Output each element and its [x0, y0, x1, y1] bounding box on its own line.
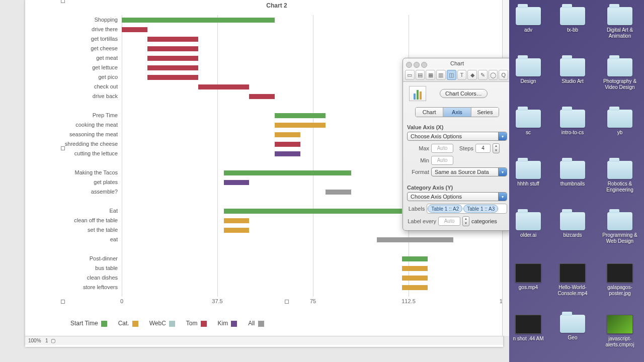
desktop-item[interactable]: javascript-alerts.cmproj — [601, 312, 639, 360]
desktop-item[interactable]: yb — [601, 107, 639, 155]
legend-item[interactable]: Kim — [218, 320, 237, 327]
desktop-item-label: Programming & Web Design — [601, 232, 639, 244]
bar-segment[interactable] — [224, 209, 403, 214]
format-popup[interactable]: Same as Source Data▾ — [431, 167, 507, 176]
bar-segment[interactable] — [224, 218, 250, 223]
bar-segment[interactable] — [402, 256, 428, 261]
desktop-item[interactable]: n shot .44 AM — [509, 312, 547, 360]
bar-segment[interactable] — [275, 123, 326, 128]
inspector-panel[interactable]: Chart ▭ ▤ ▦ ▥ ◫ T ◆ ✎ ◯ Q Chart Colors… … — [403, 58, 512, 231]
label-every-input[interactable]: Auto — [438, 217, 460, 226]
desktop-item[interactable]: tx-bb — [553, 4, 592, 52]
desktop-item-label: gos.mp4 — [519, 285, 538, 291]
document-inspector-icon[interactable]: ▭ — [405, 70, 415, 80]
inspector-tabs[interactable]: ChartAxisSeries — [415, 107, 499, 117]
bar-segment[interactable] — [249, 94, 275, 99]
chart-legend[interactable]: Start TimeCat.WebCTomKimAll — [70, 320, 275, 327]
bar-segment[interactable] — [402, 285, 428, 290]
inspector-tab-chart[interactable]: Chart — [416, 108, 443, 117]
desktop-item[interactable]: Photography & Video Design — [601, 55, 639, 104]
desktop-item[interactable]: intro-to-cs — [553, 107, 592, 155]
chart-title[interactable]: Chart 2 — [58, 2, 496, 9]
zoom-level[interactable]: 100% — [28, 338, 41, 343]
desktop-item-label: Digital Art & Animation — [601, 27, 639, 39]
bar-segment[interactable] — [275, 151, 300, 156]
metrics-inspector-icon[interactable]: ✎ — [478, 70, 488, 80]
bar-segment[interactable] — [275, 113, 326, 118]
bar-segment[interactable] — [147, 46, 198, 51]
desktop-item[interactable]: Programming & Web Design — [601, 209, 639, 257]
labels-token-field[interactable]: Table 1 :: A2 Table 1 :: A3 — [427, 204, 507, 214]
bar-segment[interactable] — [275, 132, 300, 137]
table-inspector-icon[interactable]: ▦ — [426, 70, 435, 80]
desktop-item[interactable]: Digital Art & Animation — [601, 4, 639, 52]
legend-item[interactable]: WebC — [149, 320, 175, 327]
label-token[interactable]: Table 1 :: A3 — [463, 205, 498, 213]
text-inspector-icon[interactable]: T — [457, 70, 467, 80]
chart-inspector-icon[interactable]: ◫ — [447, 70, 456, 80]
bar-segment[interactable] — [224, 170, 351, 175]
inspector-title[interactable]: Chart — [403, 58, 511, 68]
bar-segment[interactable] — [402, 266, 428, 271]
inspector-tab-axis[interactable]: Axis — [443, 108, 471, 117]
desktop-item[interactable]: Robotics & Engineering — [601, 158, 639, 206]
desktop-item[interactable]: Geo — [553, 312, 592, 360]
desktop-item-label: Studio Art — [561, 78, 583, 84]
sheet-number[interactable]: 1 — [45, 338, 48, 343]
bar-segment[interactable] — [122, 18, 275, 23]
bar-segment[interactable] — [122, 27, 147, 32]
cell-inspector-icon[interactable]: ▥ — [436, 70, 446, 80]
bar-segment[interactable] — [224, 228, 250, 233]
window-controls[interactable] — [406, 61, 429, 71]
quicktime-inspector-icon[interactable]: Q — [499, 70, 508, 80]
desktop-item[interactable]: Design — [509, 55, 547, 104]
category-axis-options-popup[interactable]: Choose Axis Options▾ — [407, 192, 507, 201]
desktop-item[interactable]: adv — [509, 4, 547, 52]
selection-handle[interactable] — [285, 300, 289, 304]
hyperlink-inspector-icon[interactable]: ◯ — [489, 70, 498, 80]
label-token[interactable]: Table 1 :: A2 — [428, 205, 462, 213]
desktop-item[interactable]: gos.mp4 — [509, 260, 547, 309]
desktop-background[interactable]: advDesignschhhh stuffolder.aigos.mp4n sh… — [509, 0, 644, 362]
inspector-tab-series[interactable]: Series — [471, 108, 499, 117]
min-input[interactable]: Auto — [431, 156, 453, 165]
bar-segment[interactable] — [275, 142, 300, 147]
folder-icon — [560, 110, 585, 128]
legend-swatch — [201, 321, 207, 327]
steps-input[interactable]: 4 — [475, 144, 491, 153]
bar-segment[interactable] — [147, 65, 198, 70]
legend-item[interactable]: Start Time — [70, 320, 107, 327]
graphic-inspector-icon[interactable]: ◆ — [467, 70, 477, 80]
steps-stepper[interactable]: ▲▼ — [493, 143, 500, 153]
selection-handle[interactable] — [61, 300, 65, 304]
bar-segment[interactable] — [198, 84, 249, 89]
chart-type-popup[interactable] — [409, 86, 426, 101]
bar-segment[interactable] — [224, 180, 250, 185]
legend-item[interactable]: Cat. — [118, 320, 138, 327]
chart-colors-button[interactable]: Chart Colors… — [440, 89, 488, 98]
y-category-label: Making the Tacos — [58, 168, 121, 177]
bar-segment[interactable] — [147, 37, 198, 42]
value-axis-options-popup[interactable]: Choose Axis Options▾ — [407, 132, 507, 141]
desktop-item[interactable]: Hello-World-Console.mp4 — [553, 260, 592, 309]
desktop-item[interactable]: thumbnails — [553, 158, 592, 206]
desktop-item-label: tx-bb — [567, 27, 578, 33]
bar-segment[interactable] — [147, 56, 198, 61]
bar-segment[interactable] — [147, 75, 198, 80]
bar-segment[interactable] — [326, 190, 351, 195]
bar-segment[interactable] — [402, 276, 428, 281]
legend-item[interactable]: Tom — [186, 320, 207, 327]
bar-segment[interactable] — [377, 237, 453, 242]
desktop-item[interactable]: galapagos-poster.jpg — [601, 260, 639, 309]
label-every-stepper[interactable]: ▲▼ — [462, 216, 469, 226]
desktop-item[interactable]: older.ai — [509, 209, 547, 257]
selection-handle[interactable] — [61, 0, 65, 3]
desktop-item[interactable]: bizcards — [553, 209, 592, 257]
folder-icon — [560, 212, 585, 230]
desktop-item[interactable]: sc — [509, 107, 547, 155]
max-input[interactable]: Auto — [431, 144, 453, 153]
desktop-item[interactable]: hhhh stuff — [509, 158, 547, 206]
sheet-inspector-icon[interactable]: ▤ — [416, 70, 425, 80]
desktop-item[interactable]: Studio Art — [553, 55, 592, 104]
legend-item[interactable]: All — [248, 320, 264, 327]
